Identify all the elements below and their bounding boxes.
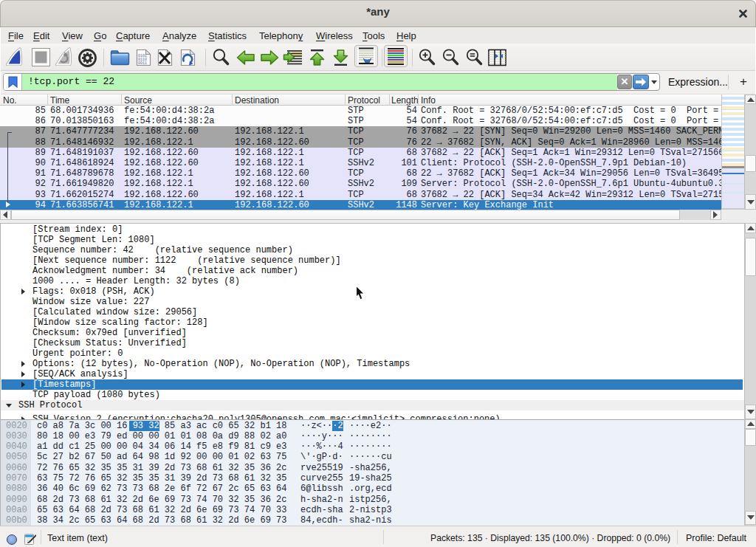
- svg-text:0011: 0011: [138, 61, 147, 66]
